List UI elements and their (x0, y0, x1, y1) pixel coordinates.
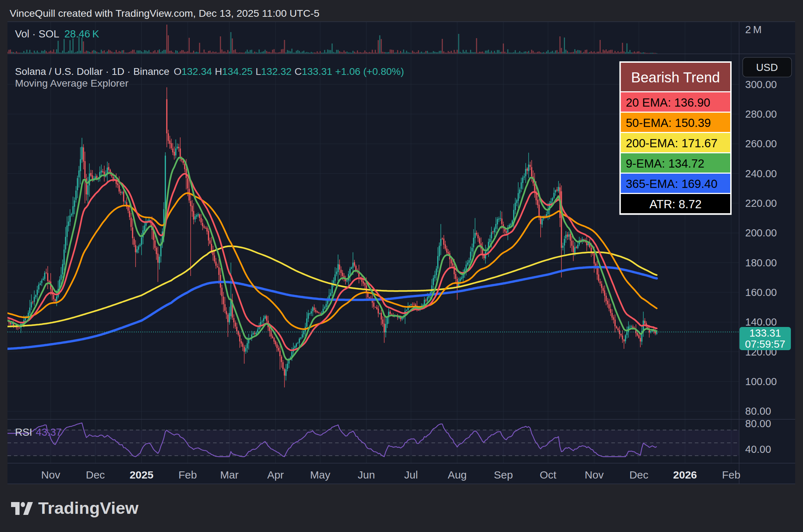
svg-text:80.00: 80.00 (745, 405, 771, 417)
svg-text:TradingView: TradingView (38, 499, 138, 517)
svg-text:40.00: 40.00 (745, 444, 771, 455)
svg-text:Nov: Nov (585, 469, 603, 481)
svg-text:Vol · SOL28.46 K: Vol · SOL28.46 K (15, 28, 100, 40)
svg-text:200.00: 200.00 (745, 227, 777, 239)
svg-text:2 M: 2 M (745, 24, 762, 35)
svg-text:May: May (310, 469, 330, 481)
svg-text:260.00: 260.00 (745, 138, 777, 149)
svg-text:20 EMA: 136.90: 20 EMA: 136.90 (626, 96, 711, 109)
svg-text:Dec: Dec (86, 469, 105, 481)
svg-text:Bearish Trend: Bearish Trend (631, 70, 720, 85)
svg-text:VinceQuill created with Tradin: VinceQuill created with TradingView.com,… (10, 7, 319, 19)
svg-text:9-EMA: 134.72: 9-EMA: 134.72 (626, 157, 704, 170)
svg-text:Jun: Jun (358, 469, 375, 481)
svg-text:Mar: Mar (220, 469, 239, 481)
svg-text:240.00: 240.00 (745, 168, 777, 179)
svg-text:Jul: Jul (404, 469, 418, 481)
svg-text:USD: USD (756, 62, 778, 73)
svg-text:Dec: Dec (629, 469, 648, 481)
svg-text:Oct: Oct (540, 469, 556, 481)
svg-text:Apr: Apr (267, 469, 284, 481)
svg-text:Feb: Feb (178, 469, 197, 481)
svg-text:180.00: 180.00 (745, 257, 777, 268)
svg-text:Moving Average Explorer: Moving Average Explorer (15, 77, 128, 89)
svg-text:50-EMA: 150.39: 50-EMA: 150.39 (626, 116, 711, 129)
svg-text:Feb: Feb (722, 469, 741, 481)
svg-text:Nov: Nov (41, 469, 60, 481)
svg-text:280.00: 280.00 (745, 108, 777, 120)
svg-text:300.00: 300.00 (745, 79, 777, 90)
svg-text:Sep: Sep (494, 469, 513, 481)
svg-text:200-EMA: 171.67: 200-EMA: 171.67 (626, 137, 718, 150)
svg-text:133.31: 133.31 (749, 327, 781, 339)
svg-text:80.00: 80.00 (745, 418, 771, 429)
svg-text:07:59:57: 07:59:57 (745, 338, 786, 350)
svg-text:365-EMA: 169.40: 365-EMA: 169.40 (626, 177, 718, 190)
svg-text:220.00: 220.00 (745, 198, 777, 209)
svg-text:ATR: 8.72: ATR: 8.72 (650, 198, 702, 211)
svg-text:160.00: 160.00 (745, 287, 777, 298)
svg-text:Solana / U.S. Dollar · 1D · Bi: Solana / U.S. Dollar · 1D · BinanceO132.… (15, 66, 404, 77)
svg-text:140.00: 140.00 (745, 316, 777, 328)
svg-text:100.00: 100.00 (745, 376, 777, 387)
svg-text:Aug: Aug (448, 469, 466, 481)
svg-text:RSI43.37: RSI43.37 (15, 426, 62, 438)
svg-text:2026: 2026 (673, 469, 697, 481)
svg-text:2025: 2025 (130, 469, 153, 481)
